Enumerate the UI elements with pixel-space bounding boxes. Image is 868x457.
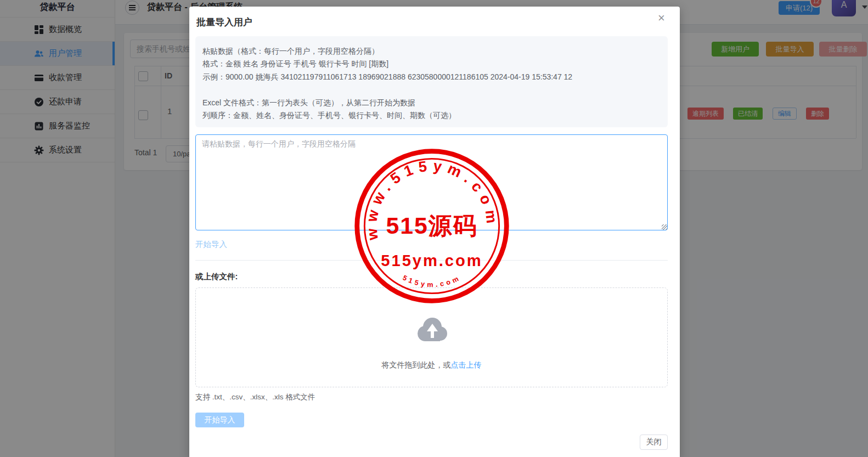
drop-hint-text: 将文件拖到此处，或点击上传 — [196, 360, 667, 370]
close-modal-button[interactable]: 关闭 — [640, 435, 668, 450]
start-import-button[interactable]: 开始导入 — [195, 413, 244, 427]
format-instructions: 粘贴数据（格式：每行一个用户，字段用空格分隔） 格式：金额 姓名 身份证号 手机… — [195, 36, 668, 127]
paste-data-textarea[interactable] — [195, 134, 668, 230]
instruction-line: 示例：9000.00 姚海兵 341021197911061713 189690… — [202, 71, 661, 83]
textarea-resize-handle[interactable] — [662, 224, 667, 230]
instruction-spacer — [202, 83, 661, 96]
modal-title: 批量导入用户 — [196, 16, 252, 29]
divider — [195, 260, 668, 261]
click-upload-link[interactable]: 点击上传 — [451, 360, 482, 369]
upload-section-label: 或上传文件: — [195, 272, 238, 282]
instruction-line: 粘贴数据（格式：每行一个用户，字段用空格分隔） — [202, 45, 661, 58]
upload-cloud-icon — [415, 314, 450, 343]
instruction-line: 格式：金额 姓名 身份证号 手机号 银行卡号 时间 [期数] — [202, 58, 661, 70]
supported-formats-text: 支持 .txt、.csv、.xlsx、.xls 格式文件 — [195, 392, 315, 402]
instruction-line: 列顺序：金额、姓名、身份证号、手机号、银行卡号、时间、期数（可选） — [202, 109, 661, 122]
batch-import-modal: 批量导入用户 × 粘贴数据（格式：每行一个用户，字段用空格分隔） 格式：金额 姓… — [189, 7, 680, 457]
drop-hint-label: 将文件拖到此处，或 — [382, 360, 451, 369]
start-import-link[interactable]: 开始导入 — [195, 239, 227, 250]
close-icon[interactable]: × — [658, 12, 665, 24]
instruction-line: Excel 文件格式：第一行为表头（可选），从第二行开始为数据 — [202, 97, 661, 109]
file-drop-zone[interactable]: 将文件拖到此处，或点击上传 — [195, 287, 668, 387]
